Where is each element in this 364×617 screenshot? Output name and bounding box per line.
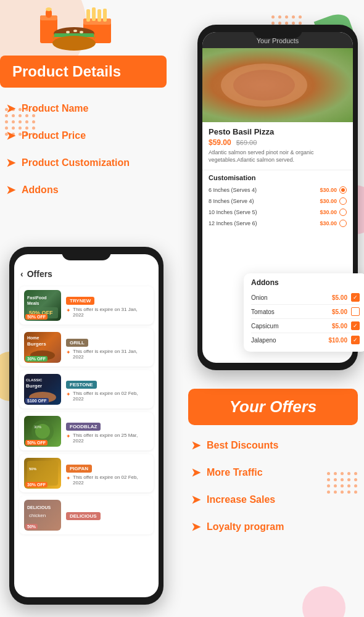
arrow-icon-4: ➤ [6, 183, 15, 197]
offer-expiry-grill: ✦ This offer is expire on 31 Jan, 2022 [66, 349, 149, 360]
addon-price-capsicum: $5.00 [332, 323, 347, 329]
offer-expiry-trynew: ✦ This offer is expire on 31 Jan, 2022 [66, 307, 149, 318]
product-food-image [202, 48, 353, 122]
svg-text:50%: 50% [29, 467, 37, 471]
expiry-icon-3: ✦ [66, 391, 71, 397]
arrow-icon-2: ➤ [6, 129, 15, 143]
addon-checkbox-jalapeno[interactable]: ✓ [351, 336, 360, 344]
radio-1[interactable] [339, 186, 347, 194]
offer-content-pigpan: PIGPAN ✦ This offer is expire on 02 Feb,… [61, 462, 149, 486]
offer-expiry-foodblaz: ✦ This offer is expire on 25 Mar, 2022 [66, 433, 149, 444]
feature-label-3: Product Customization [22, 157, 130, 168]
feature-item-product-name: ➤ Product Name [6, 102, 130, 115]
offer-card-festone[interactable]: CLASSIC Burger $100 OFF FESTONE ✦ This o… [19, 370, 154, 408]
offer-code-delicious: DELICIOUS [66, 512, 101, 520]
svg-text:Burgers: Burgers [27, 341, 46, 347]
phone-notch-right [253, 25, 302, 38]
offer-content-trynew: TRYNEW ✦ This offer is expire on 31 Jan,… [61, 294, 149, 318]
your-offer-label-3: Increase Sales [207, 494, 275, 505]
expiry-icon: ✦ [66, 307, 71, 313]
expiry-icon-4: ✦ [66, 433, 71, 439]
product-details-section: Product Details ➤ Product Name ➤ Product… [0, 0, 179, 259]
offer-content-foodblaz: FOODBLAZ ✦ This offer is expire on 25 Ma… [61, 420, 149, 444]
custom-row-3: 10 Inches (Serve 5) $30.00 [209, 207, 347, 218]
your-offers-title: Your Offers [230, 397, 317, 416]
svg-point-16 [73, 30, 77, 32]
product-details-banner: Product Details [0, 56, 167, 88]
offer-code-pigpan: PIGPAN [66, 465, 92, 473]
addon-price-jalapeno: $10.00 [328, 337, 347, 344]
product-name: Pesto Basil Pizza [209, 127, 347, 136]
radio-2[interactable] [339, 197, 347, 205]
feature-item-customization: ➤ Product Customization [6, 156, 130, 170]
offer-image-burgers: Home Burgers 30% OFF [24, 332, 61, 363]
svg-text:chicken: chicken [29, 513, 46, 518]
custom-size-3: 10 Inches (Serve 5) [209, 209, 257, 215]
addon-jalapeno: Jalapeno $10.00 ✓ [251, 333, 360, 347]
offers-phone: ‹ Offers FastFood Meals 50% OFF 50% OFF … [9, 247, 163, 605]
offer-card-trynew[interactable]: FastFood Meals 50% OFF 50% OFF TRYNEW ✦ … [19, 286, 154, 325]
custom-row-2: 8 Inches (Serve 4) $30.00 [209, 196, 347, 207]
radio-4[interactable] [339, 220, 347, 227]
offer-content-delicious: DELICIOUS [61, 509, 149, 522]
offer-image-salad: 30% 50% OFF [24, 416, 61, 447]
svg-rect-6 [86, 9, 90, 22]
offer-code-festone: FESTONE [66, 381, 97, 389]
svg-rect-9 [103, 9, 107, 22]
svg-text:30%: 30% [34, 425, 42, 429]
svg-rect-7 [92, 7, 96, 21]
offer-card-delicious[interactable]: DELICIOUS chicken 50% DELICIOUS [19, 496, 154, 534]
svg-point-19 [233, 70, 295, 101]
your-offer-arrow-2: ➤ [191, 466, 201, 479]
offer-card-foodblaz[interactable]: 30% 50% OFF FOODBLAZ ✦ This offer is exp… [19, 412, 154, 450]
offer-badge-foodblaz: 50% OFF [25, 440, 48, 445]
custom-price-4: $30.00 [320, 220, 337, 226]
svg-text:Meals: Meals [27, 301, 39, 305]
svg-point-17 [80, 31, 83, 33]
addon-onion: Onion $5.00 ✓ [251, 291, 360, 305]
your-offer-label-4: Loyalty program [207, 521, 284, 532]
addon-capsicum: Capsicum $5.00 ✓ [251, 319, 360, 333]
offer-code-trynew: TRYNEW [66, 297, 94, 305]
customisation-title: Customisation [209, 174, 347, 181]
offer-card-grill[interactable]: Home Burgers 30% OFF GRILL ✦ This offer … [19, 328, 154, 366]
addon-checkbox-capsicum[interactable]: ✓ [351, 321, 360, 330]
offer-card-pigpan[interactable]: 50% 30% OFF PIGPAN ✦ This offer is expir… [19, 454, 154, 492]
custom-size-2: 8 Inches (Serve 4) [209, 198, 254, 204]
product-phone: Your Products Pesto Basil Pizza $59.00 $… [197, 25, 358, 370]
svg-rect-8 [97, 9, 101, 22]
arrow-icon-1: ➤ [6, 102, 15, 115]
offer-badge-festone: $100 OFF [25, 398, 49, 404]
your-offers-banner: Your Offers [188, 389, 358, 425]
offer-image-meals: FastFood Meals 50% OFF 50% OFF [24, 290, 61, 321]
custom-row-4: 12 Inches (Serve 6) $30.00 [209, 218, 347, 229]
svg-text:Home: Home [27, 336, 39, 340]
offer-code-grill: GRILL [66, 339, 88, 347]
feature-item-addons: ➤ Addons [6, 183, 130, 197]
phone-notch-left [62, 247, 111, 260]
addon-name-tomatos: Tomatos [251, 308, 275, 315]
your-offer-feature-4: ➤ Loyalty program [191, 520, 355, 534]
price-old: $69.00 [236, 139, 257, 146]
offer-badge-grill: 30% OFF [25, 356, 48, 362]
offers-phone-frame: ‹ Offers FastFood Meals 50% OFF 50% OFF … [9, 247, 163, 605]
svg-text:Burger: Burger [26, 383, 42, 389]
product-description: Atlantic salmon served pinot noir & orga… [209, 149, 347, 164]
svg-point-14 [52, 36, 96, 51]
your-offer-arrow-4: ➤ [191, 520, 201, 534]
offer-badge-delicious: 50% [25, 524, 38, 529]
addons-card: Addons Onion $5.00 ✓ Tomatos $5.00 Capsi… [244, 273, 364, 352]
offer-image-chicken: 50% 30% OFF [24, 458, 61, 489]
addon-checkbox-tomatos[interactable] [351, 307, 360, 316]
offers-phone-screen: ‹ Offers FastFood Meals 50% OFF 50% OFF … [14, 254, 159, 597]
custom-size-4: 12 Inches (Serve 6) [209, 220, 257, 226]
your-offer-feature-2: ➤ More Traffic [191, 466, 355, 479]
radio-3[interactable] [339, 209, 347, 216]
offer-badge-trynew: 50% OFF [25, 314, 48, 320]
addon-checkbox-onion[interactable]: ✓ [351, 293, 360, 302]
offer-image-burger2: CLASSIC Burger $100 OFF [24, 374, 61, 405]
back-arrow-icon[interactable]: ‹ [20, 269, 23, 279]
product-prices: $59.00 $69.00 [209, 138, 347, 147]
svg-text:FastFood: FastFood [27, 296, 47, 300]
feature-label-1: Product Name [22, 103, 88, 114]
